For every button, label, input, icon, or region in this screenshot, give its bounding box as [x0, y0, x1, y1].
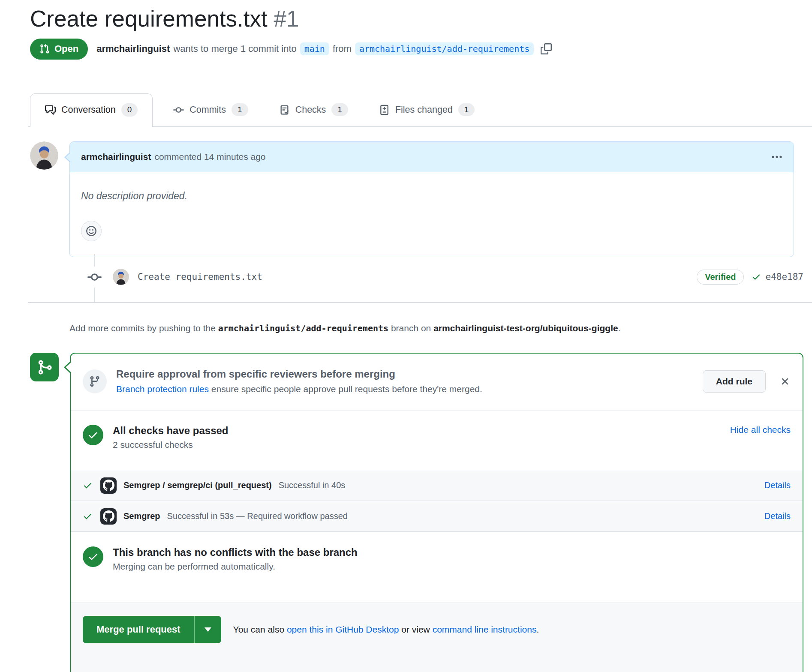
file-diff-icon	[379, 105, 390, 115]
branch-protection-section: Require approval from specific reviewers…	[71, 354, 803, 411]
pr-tab-nav: Conversation 0 Commits 1 Checks 1 Files …	[28, 93, 812, 127]
comment-box: armchairlinguist commented 14 minutes ag…	[69, 141, 794, 257]
push-note: Add more commits by pushing to the armch…	[69, 321, 798, 336]
tab-label: Checks	[295, 105, 326, 115]
comment-meta: commented 14 minutes ago	[154, 152, 265, 162]
pr-author-link[interactable]: armchairlinguist	[96, 43, 170, 54]
pr-title-text: Create requirements.txt	[30, 6, 268, 31]
git-merge-icon	[36, 359, 53, 375]
success-check-icon	[83, 546, 103, 567]
no-conflicts-title: This branch has no conflicts with the ba…	[113, 546, 358, 558]
git-commit-icon	[87, 267, 102, 288]
triangle-down-icon	[205, 627, 211, 632]
cta-text: .	[536, 624, 539, 634]
no-conflicts-section: This branch has no conflicts with the ba…	[71, 531, 803, 603]
push-note-text: Add more commits by pushing to the	[69, 323, 216, 333]
pr-meta-row: Open armchairlinguist wants to merge 1 c…	[30, 39, 803, 60]
tab-label: Files changed	[395, 105, 453, 115]
check-name: Semgrep	[123, 511, 160, 521]
tab-counter: 0	[121, 103, 138, 117]
tab-counter: 1	[331, 103, 348, 117]
merge-state-icon	[30, 353, 59, 381]
comment-discussion-icon	[45, 105, 56, 115]
protection-title: Require approval from specific reviewers…	[116, 368, 482, 380]
commit-timeline: Create requirements.txt Verified e48e187	[30, 257, 803, 302]
merge-pull-request-button[interactable]: Merge pull request	[83, 616, 194, 643]
check-icon[interactable]	[752, 272, 761, 282]
no-conflicts-text: This branch has no conflicts with the ba…	[113, 546, 358, 572]
cta-text: You can also	[233, 624, 285, 634]
check-row: Semgrep / semgrep/ci (pull_request) Succ…	[71, 470, 803, 501]
check-passed-icon	[83, 480, 93, 490]
pull-request-page: Create requirements.txt #1 Open armchair…	[0, 5, 812, 672]
checks-summary-text: All checks have passed 2 successful chec…	[113, 425, 228, 450]
check-name: Semgrep / semgrep/ci (pull_request)	[123, 480, 272, 490]
check-details-link[interactable]: Details	[764, 511, 791, 521]
github-mark-icon	[103, 510, 114, 522]
github-actions-avatar	[100, 477, 117, 494]
push-note-text: branch on	[391, 323, 431, 333]
comment-body: No description provided.	[70, 172, 794, 202]
pr-merge-summary: armchairlinguist wants to merge 1 commit…	[96, 42, 552, 55]
check-passed-icon	[83, 511, 93, 521]
add-rule-button[interactable]: Add rule	[703, 370, 766, 393]
cta-text: or view	[401, 624, 430, 634]
git-branch-icon	[83, 369, 107, 393]
commit-message-link[interactable]: Create requirements.txt	[138, 272, 262, 282]
tab-files-changed[interactable]: Files changed 1	[369, 93, 485, 126]
avatar-image	[30, 141, 58, 170]
copy-branch-button[interactable]	[541, 43, 552, 54]
tab-checks[interactable]: Checks 1	[269, 93, 358, 126]
dismiss-protection-button[interactable]	[779, 376, 791, 387]
tab-counter: 1	[458, 103, 475, 117]
smiley-icon	[86, 225, 97, 237]
comment-author[interactable]: armchairlinguist	[81, 152, 151, 162]
merge-cta-section: Merge pull request You can also open thi…	[71, 603, 803, 672]
merge-summary-from: from	[333, 43, 352, 54]
github-desktop-link[interactable]: open this in GitHub Desktop	[287, 624, 399, 634]
github-mark-icon	[103, 480, 114, 491]
commit-sha-link[interactable]: e48e187	[765, 272, 803, 282]
head-branch-label[interactable]: armchairlinguist/add-requirements	[355, 42, 534, 55]
tab-label: Conversation	[61, 105, 116, 115]
reactions-row	[81, 221, 782, 241]
success-check-icon	[83, 425, 103, 445]
protection-description: Branch protection rules ensure specific …	[116, 384, 482, 394]
pr-number: #1	[274, 6, 299, 31]
timeline-comment: armchairlinguist commented 14 minutes ag…	[30, 141, 803, 257]
push-note-branch: armchairlinguist/add-requirements	[218, 323, 388, 333]
committer-avatar[interactable]	[113, 269, 129, 285]
checks-summary-subtitle: 2 successful checks	[113, 440, 228, 450]
verified-badge[interactable]: Verified	[697, 270, 744, 285]
protection-description-text: ensure specific people approve pull requ…	[211, 384, 482, 394]
author-avatar[interactable]	[30, 141, 58, 170]
commit-row: Create requirements.txt Verified e48e187	[30, 267, 803, 288]
section-divider	[28, 302, 812, 303]
tab-commits[interactable]: Commits 1	[163, 93, 258, 126]
tab-label: Commits	[189, 105, 226, 115]
pr-state-label: Open	[54, 43, 78, 54]
close-icon	[779, 376, 791, 387]
git-commit-icon	[173, 105, 184, 115]
check-details-link[interactable]: Details	[764, 480, 791, 490]
merge-status-area: Require approval from specific reviewers…	[30, 353, 803, 672]
protection-text: Require approval from specific reviewers…	[116, 368, 482, 394]
checks-summary-section: All checks have passed 2 successful chec…	[71, 411, 803, 470]
branch-protection-rules-link[interactable]: Branch protection rules	[116, 384, 209, 394]
comment-options-button[interactable]	[771, 151, 782, 162]
page-title: Create requirements.txt #1	[30, 5, 803, 33]
merge-box: Require approval from specific reviewers…	[70, 353, 803, 672]
checks-summary-title: All checks have passed	[113, 425, 228, 437]
merge-summary-text: wants to merge 1 commit into	[173, 43, 296, 54]
comment-header: armchairlinguist commented 14 minutes ag…	[70, 142, 794, 172]
push-note-text: .	[618, 323, 621, 333]
add-reaction-button[interactable]	[81, 221, 102, 241]
hide-all-checks-link[interactable]: Hide all checks	[730, 425, 791, 435]
merge-options-dropdown[interactable]	[194, 616, 221, 643]
no-conflicts-subtitle: Merging can be performed automatically.	[113, 561, 358, 572]
base-branch-label[interactable]: main	[300, 42, 329, 55]
kebab-horizontal-icon	[771, 151, 782, 162]
command-line-instructions-link[interactable]: command line instructions	[433, 624, 537, 634]
merge-alt-text: You can also open this in GitHub Desktop…	[233, 624, 539, 635]
tab-conversation[interactable]: Conversation 0	[30, 93, 153, 127]
